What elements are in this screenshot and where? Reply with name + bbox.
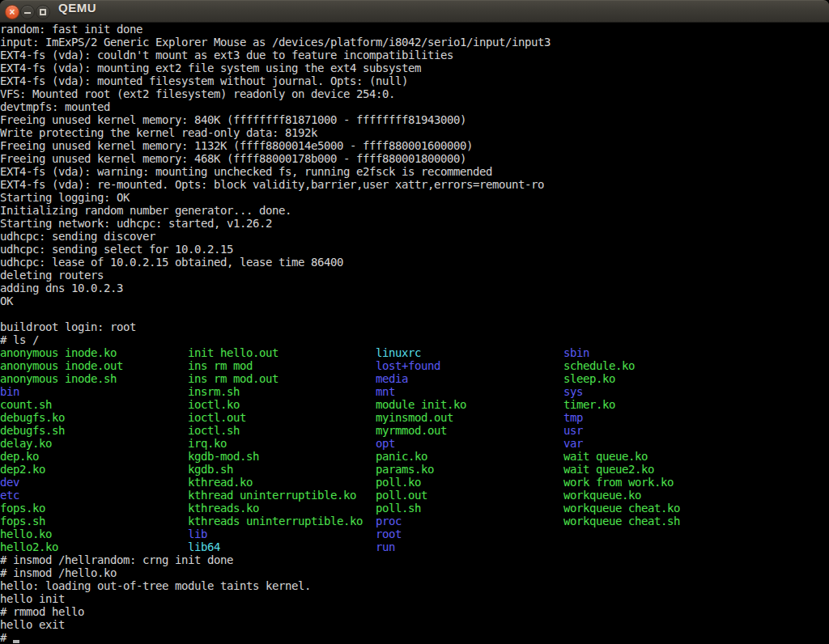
console-line: EXT4-fs (vda): warning: mounting uncheck… xyxy=(0,165,829,178)
console-line xyxy=(0,307,829,320)
console-line: Write protecting the kernel read-only da… xyxy=(0,126,829,139)
file-entry: debugfs.ko xyxy=(0,411,123,424)
file-entry: lib64 xyxy=(188,540,363,553)
file-entry: kthread.ko xyxy=(188,476,363,489)
file-entry: bin xyxy=(0,385,123,398)
file-entry: myinsmod.out xyxy=(376,411,466,424)
console-line: EXT4-fs (vda): couldn't mount as ext3 du… xyxy=(0,49,829,61)
ls-output: anonymous_inode.koanonymous_inode.outano… xyxy=(0,346,829,553)
prompt-line: # xyxy=(0,631,829,644)
file-entry: schedule.ko xyxy=(563,359,680,372)
file-entry: anonymous_inode.sh xyxy=(0,372,123,385)
file-entry: linuxrc xyxy=(376,346,466,359)
ls-column: linuxrclost+foundmediamntmodule_init.kom… xyxy=(376,346,466,553)
console-line: Freeing unused kernel memory: 840K (ffff… xyxy=(0,113,829,126)
console-line: udhcpc: lease of 10.0.2.15 obtained, lea… xyxy=(0,256,829,269)
file-entry: kgdb-mod.sh xyxy=(188,450,363,463)
console-line: # insmod /hello.ko xyxy=(0,566,829,579)
file-entry: debugfs.sh xyxy=(0,424,123,437)
console-line: buildroot login: root xyxy=(0,320,829,333)
file-entry: myrmmod.out xyxy=(376,424,466,437)
file-entry: ioctl.ko xyxy=(188,398,363,411)
console-line: Freeing unused kernel memory: 468K (ffff… xyxy=(0,152,829,165)
file-entry: dep2.ko xyxy=(0,463,123,476)
file-entry: wait_queue.ko xyxy=(563,450,680,463)
file-entry: fops.ko xyxy=(0,502,123,515)
close-button[interactable]: × xyxy=(5,5,19,19)
file-entry: count.sh xyxy=(0,398,123,411)
file-entry: work_from_work.ko xyxy=(563,476,680,489)
file-entry: sbin xyxy=(563,346,680,359)
file-entry: hello2.ko xyxy=(0,540,123,553)
console-line: Starting network: udhcpc: started, v1.26… xyxy=(0,217,829,230)
file-entry: panic.ko xyxy=(376,450,466,463)
file-entry: lost+found xyxy=(376,359,466,372)
ls-column: sbinschedule.kosleep.kosystimer.kotmpusr… xyxy=(563,346,680,527)
file-entry: poll.sh xyxy=(376,502,466,515)
console-line: adding dns 10.0.2.3 xyxy=(0,282,829,294)
file-entry: etc xyxy=(0,489,123,502)
file-entry: kthread_uninterruptible.ko xyxy=(188,489,363,502)
terminal-screen[interactable]: random: fast init doneinput: ImExPS/2 Ge… xyxy=(0,23,829,644)
minimize-button[interactable] xyxy=(20,5,35,19)
file-entry: root xyxy=(376,527,466,540)
console-line: input: ImExPS/2 Generic Explorer Mouse a… xyxy=(0,36,829,49)
console-line: hello exit xyxy=(0,618,829,631)
file-entry: ioctl.out xyxy=(188,411,363,424)
qemu-window: × QEMU random: fast init doneinput: ImEx… xyxy=(0,0,829,644)
file-entry: init_hello.out xyxy=(188,346,363,359)
file-entry: kgdb.sh xyxy=(188,463,363,476)
minimize-icon xyxy=(24,12,31,14)
maximize-icon xyxy=(40,9,46,15)
file-entry: module_init.ko xyxy=(376,398,466,411)
console-boot-output: random: fast init doneinput: ImExPS/2 Ge… xyxy=(0,23,829,346)
console-line: deleting routers xyxy=(0,269,829,282)
file-entry: media xyxy=(376,372,466,385)
file-entry: kthreads_uninterruptible.ko xyxy=(188,515,363,527)
file-entry: ins_rm_mod xyxy=(188,359,363,372)
file-entry: opt xyxy=(376,437,466,450)
ls-column: anonymous_inode.koanonymous_inode.outano… xyxy=(0,346,123,553)
maximize-button[interactable] xyxy=(36,5,50,19)
file-entry: anonymous_inode.ko xyxy=(0,346,123,359)
console-line: devtmpfs: mounted xyxy=(0,100,829,113)
file-entry: irq.ko xyxy=(188,437,363,450)
file-entry: workqueue_cheat.sh xyxy=(563,515,680,527)
console-line: udhcpc: sending discover xyxy=(0,230,829,243)
file-entry: ins_rm_mod.out xyxy=(188,372,363,385)
file-entry: tmp xyxy=(563,411,680,424)
file-entry: mnt xyxy=(376,385,466,398)
console-line: Freeing unused kernel memory: 1132K (fff… xyxy=(0,139,829,152)
file-entry: params.ko xyxy=(376,463,466,476)
console-line: OK xyxy=(0,294,829,307)
console-line: udhcpc: sending select for 10.0.2.15 xyxy=(0,243,829,256)
file-entry: fops.sh xyxy=(0,515,123,527)
file-entry: dev xyxy=(0,476,123,489)
file-entry: dep.ko xyxy=(0,450,123,463)
titlebar[interactable]: × QEMU xyxy=(0,0,829,23)
file-entry: workqueue.ko xyxy=(563,489,680,502)
file-entry: kthreads.ko xyxy=(188,502,363,515)
console-line: EXT4-fs (vda): mounting ext2 file system… xyxy=(0,61,829,74)
file-entry: anonymous_inode.out xyxy=(0,359,123,372)
file-entry: lib xyxy=(188,527,363,540)
file-entry: poll.ko xyxy=(376,476,466,489)
console-line: EXT4-fs (vda): mounted filesystem withou… xyxy=(0,74,829,87)
console-line: # rmmod hello xyxy=(0,605,829,618)
console-line: Initializing random number generator... … xyxy=(0,204,829,217)
file-entry: var xyxy=(563,437,680,450)
file-entry: sleep.ko xyxy=(563,372,680,385)
console-line: # insmod /hellrandom: crng init done xyxy=(0,553,829,566)
file-entry: insrm.sh xyxy=(188,385,363,398)
file-entry: workqueue_cheat.ko xyxy=(563,502,680,515)
console-line: VFS: Mounted root (ext2 filesystem) read… xyxy=(0,87,829,100)
close-icon: × xyxy=(9,6,15,18)
text-cursor xyxy=(13,640,19,643)
console-line: # ls / xyxy=(0,333,829,346)
file-entry: timer.ko xyxy=(563,398,680,411)
window-title: QEMU xyxy=(58,1,96,15)
file-entry: wait_queue2.ko xyxy=(563,463,680,476)
file-entry: run xyxy=(376,540,466,553)
shell-prompt: # xyxy=(0,631,13,644)
file-entry: ioctl.sh xyxy=(188,424,363,437)
